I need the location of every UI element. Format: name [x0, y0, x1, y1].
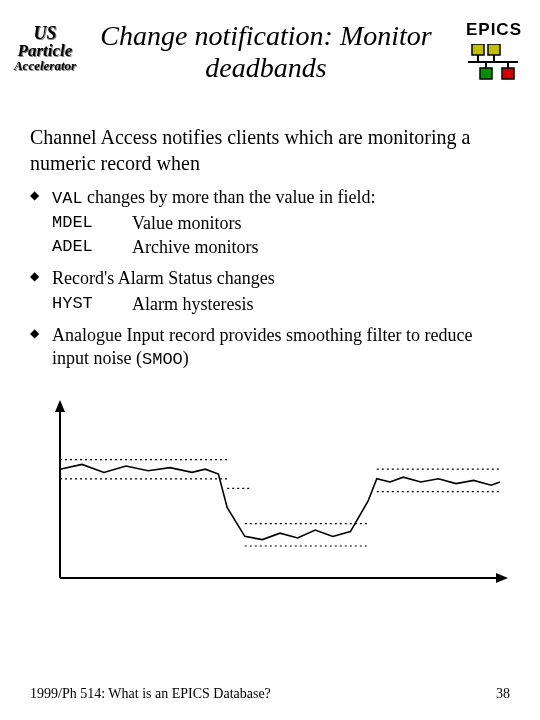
- bullet-item: VAL changes by more than the value in fi…: [52, 186, 510, 259]
- logo-line-2: Particle: [10, 42, 80, 59]
- epics-logo-block: EPICS: [452, 20, 522, 80]
- bullet-text: Analogue Input record provides smoothing…: [52, 325, 472, 368]
- def-key: HYST: [52, 293, 132, 316]
- bullet-text: changes by more than the value in field:: [83, 187, 376, 207]
- svg-marker-12: [496, 573, 508, 583]
- field-name: SMOO: [142, 350, 183, 369]
- slide-footer: 1999/Ph 514: What is an EPICS Database? …: [30, 686, 510, 702]
- field-defs: MDEL Value monitors ADEL Archive monitor…: [52, 212, 510, 259]
- svg-rect-6: [488, 44, 500, 55]
- org-logo: US Particle Accelerator: [10, 20, 80, 72]
- bullet-text-suffix: ): [183, 348, 189, 368]
- slide-body: Channel Access notifies clients which ar…: [0, 94, 540, 371]
- epics-label: EPICS: [452, 20, 522, 40]
- def-key: MDEL: [52, 212, 132, 235]
- footer-left: 1999/Ph 514: What is an EPICS Database?: [30, 686, 271, 702]
- svg-rect-8: [502, 68, 514, 79]
- logo-line-1: US: [10, 24, 80, 42]
- def-val: Alarm hysteresis: [132, 293, 253, 316]
- svg-rect-5: [472, 44, 484, 55]
- bullet-list: VAL changes by more than the value in fi…: [30, 186, 510, 371]
- page-number: 38: [496, 686, 510, 702]
- def-val: Value monitors: [132, 212, 242, 235]
- def-row: ADEL Archive monitors: [52, 236, 510, 259]
- chart-svg: [30, 398, 510, 598]
- def-row: HYST Alarm hysteresis: [52, 293, 510, 316]
- logo-line-3: Accelerator: [10, 59, 80, 72]
- field-defs: HYST Alarm hysteresis: [52, 293, 510, 316]
- slide-header: US Particle Accelerator Change notificat…: [0, 0, 540, 94]
- bullet-text: Record's Alarm Status changes: [52, 268, 275, 288]
- deadband-graph: [0, 380, 540, 602]
- chart-series-signal: [60, 464, 500, 539]
- slide-title: Change notification: Monitor deadbands: [80, 20, 452, 84]
- def-key: ADEL: [52, 236, 132, 259]
- epics-icon: [452, 44, 522, 80]
- def-val: Archive monitors: [132, 236, 258, 259]
- bullet-item: Record's Alarm Status changes HYST Alarm…: [52, 267, 510, 316]
- svg-rect-7: [480, 68, 492, 79]
- svg-marker-10: [55, 400, 65, 412]
- intro-text: Channel Access notifies clients which ar…: [30, 124, 510, 176]
- field-name: VAL: [52, 189, 83, 208]
- bullet-item: Analogue Input record provides smoothing…: [52, 324, 510, 371]
- def-row: MDEL Value monitors: [52, 212, 510, 235]
